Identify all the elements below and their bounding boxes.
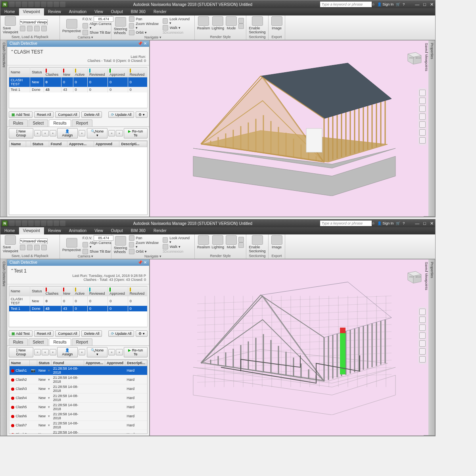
sign-in-button[interactable]: 👤 Sign In xyxy=(377,221,394,225)
test-row[interactable]: CLASH TESTNew000000 xyxy=(9,296,148,306)
qat-button[interactable] xyxy=(47,221,53,226)
qat-button[interactable] xyxy=(15,221,21,226)
col-header[interactable]: Reviewed xyxy=(88,67,108,77)
ribbon-tab-view[interactable]: View xyxy=(90,227,107,234)
delete-all-button[interactable]: Delete All xyxy=(81,330,102,337)
camera-icon[interactable]: 📷 xyxy=(31,369,35,372)
clash-result-row[interactable]: Clash1📷New▾21:28:58 14-08-2018Hard xyxy=(10,366,147,375)
star-icon[interactable]: ☆ xyxy=(372,221,375,225)
tab-results[interactable]: Results xyxy=(49,119,71,127)
assign-button[interactable]: 👤 Assign xyxy=(57,128,78,138)
style-icon[interactable] xyxy=(238,237,244,242)
dock-tab-clash-detective[interactable]: Clash Detective xyxy=(1,40,7,217)
minimize-button[interactable]: — xyxy=(415,2,419,7)
fov-input[interactable]: 85.474 xyxy=(94,235,113,241)
col-header[interactable]: Reviewed xyxy=(88,286,108,296)
test-row[interactable]: Test 1Done43430000 xyxy=(9,87,148,92)
fov-input[interactable]: 85.474 xyxy=(94,16,113,22)
col-header[interactable] xyxy=(26,141,31,147)
update-all-button[interactable]: ⟳ Update All xyxy=(108,111,134,118)
toolbar-icon[interactable]: ▫ xyxy=(34,349,41,355)
look-around-button[interactable]: Look Around ▾ xyxy=(163,17,192,25)
col-header[interactable]: Status xyxy=(37,360,52,366)
qat-button[interactable] xyxy=(54,2,59,7)
col-header[interactable]: Clashes xyxy=(44,286,61,296)
help-icon[interactable]: ? xyxy=(403,221,405,225)
col-header[interactable]: Approve... xyxy=(67,141,94,147)
ribbon-tab-animation[interactable]: Animation xyxy=(65,227,90,234)
col-header[interactable]: Approved xyxy=(105,360,125,366)
save-viewpoint-button[interactable]: SaveViewpoint xyxy=(3,235,18,253)
qat-button[interactable] xyxy=(22,221,27,226)
ribbon-tab-render[interactable]: Render xyxy=(150,227,171,234)
close-button[interactable]: ✕ xyxy=(430,2,434,7)
toolbar-icon[interactable]: ▫ xyxy=(116,349,123,355)
ribbon-tab-render[interactable]: Render xyxy=(150,8,171,15)
rerun-button[interactable]: ▶ Re-run Te xyxy=(124,128,148,138)
toolbar-icon[interactable]: ▫ xyxy=(79,349,85,355)
col-header[interactable]: Active xyxy=(73,286,87,296)
new-group-button[interactable]: [ New Group xyxy=(9,128,33,138)
cart-icon[interactable]: 🛒 xyxy=(396,221,400,225)
tab-rules[interactable]: Rules xyxy=(9,338,28,345)
toolbar-icon[interactable]: ▫ xyxy=(34,130,41,136)
dock-tab-clash-detective[interactable]: Clash Detective xyxy=(1,259,7,436)
dock-tab-properties[interactable]: Properties xyxy=(429,259,435,436)
toolbar-icon[interactable]: ▫ xyxy=(79,130,85,136)
results-table[interactable]: NameStatusFoundApprove...ApprovedDescrip… xyxy=(9,140,148,215)
col-header[interactable] xyxy=(29,360,37,366)
qat-button[interactable] xyxy=(9,221,15,226)
col-header[interactable]: Status xyxy=(30,286,44,296)
clash-result-row[interactable]: Clash3New▾21:28:58 14-08-2018Hard xyxy=(10,384,147,393)
show-tilt-button[interactable]: Show Tilt Bar xyxy=(83,249,113,254)
panel-close-icon[interactable]: ✕ xyxy=(144,260,147,265)
panel-titlebar[interactable]: Clash Detective📌 ✕ xyxy=(7,259,149,266)
qat-button[interactable] xyxy=(15,2,21,7)
test-row[interactable]: CLASH TESTNew000000 xyxy=(9,77,148,87)
toolbar-icon[interactable]: ▫ xyxy=(108,130,115,136)
clash-result-row[interactable]: Clash8New▾21:28:58 14-08-2018Hard xyxy=(10,430,147,434)
minimize-button[interactable]: — xyxy=(415,221,419,226)
clash-result-row[interactable]: Clash2New▾21:28:58 14-08-2018Hard xyxy=(10,375,147,384)
col-header[interactable]: Descripti... xyxy=(119,141,147,147)
lighting-button[interactable]: Lighting xyxy=(212,235,225,249)
rerun-button[interactable]: ▶ Re-run Te xyxy=(124,347,148,357)
vp-icon[interactable] xyxy=(34,245,40,250)
search-input[interactable]: Type a keyword or phrase xyxy=(320,2,372,7)
vp-icon[interactable] xyxy=(20,26,25,31)
viewpoint-combo[interactable] xyxy=(20,238,48,244)
col-header[interactable]: Resolved xyxy=(128,67,147,77)
qat-button[interactable] xyxy=(35,221,40,226)
dock-tab-selection-tree[interactable]: Selection Tree xyxy=(0,259,1,436)
vp-icon[interactable] xyxy=(27,26,33,31)
mode-button[interactable]: Mode xyxy=(226,235,237,249)
sign-in-button[interactable]: 👤 Sign In xyxy=(377,2,394,6)
perspective-button[interactable]: Perspective xyxy=(62,19,81,33)
col-header[interactable]: Approved xyxy=(108,67,128,77)
style-icon[interactable] xyxy=(238,18,244,23)
maximize-button[interactable]: □ xyxy=(423,2,426,7)
ribbon-tab-output[interactable]: Output xyxy=(107,227,127,234)
col-header[interactable]: Approved xyxy=(108,286,128,296)
steering-wheels-button[interactable]: SteeringWheels xyxy=(114,17,127,35)
qat-button[interactable] xyxy=(28,2,34,7)
compact-all-button[interactable]: Compact All xyxy=(55,330,80,337)
col-header[interactable]: Name xyxy=(10,141,26,147)
steering-wheels-button[interactable]: SteeringWheels xyxy=(114,236,127,254)
vp-icon[interactable] xyxy=(34,26,40,31)
col-header[interactable]: New xyxy=(61,286,73,296)
add-test-button[interactable]: ▣Add Test xyxy=(9,330,33,337)
realism-button[interactable]: Realism xyxy=(197,235,210,249)
viewcube[interactable]: FROBACK xyxy=(404,267,423,286)
results-table[interactable]: NameStatusFoundApprove...ApprovedDescrip… xyxy=(9,359,148,434)
ribbon-tab-bim360[interactable]: BIM 360 xyxy=(127,8,150,15)
col-header[interactable]: Name xyxy=(9,286,30,296)
walk-button[interactable]: Walk ▾ xyxy=(163,244,192,250)
close-button[interactable]: ✕ xyxy=(430,221,434,226)
pin-icon[interactable]: 📌 xyxy=(138,41,142,46)
new-group-button[interactable]: [ New Group xyxy=(9,347,33,357)
col-header[interactable]: Status xyxy=(31,141,49,147)
toolbar-icon[interactable]: ▫ xyxy=(42,130,48,136)
mode-button[interactable]: Mode xyxy=(226,16,237,30)
col-header[interactable]: Name xyxy=(10,360,30,366)
